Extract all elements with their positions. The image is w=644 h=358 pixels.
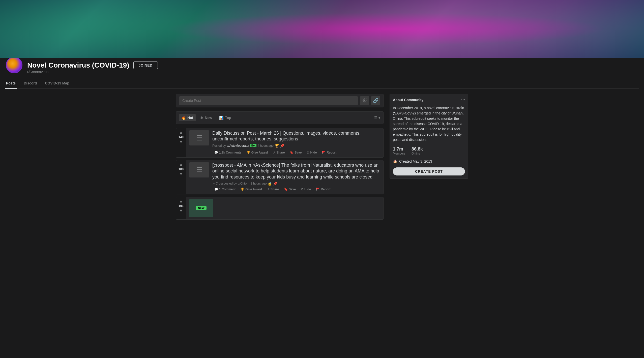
post-title-1[interactable]: Daily Discussion Post - March 26 | Quest… bbox=[212, 130, 380, 142]
sort-new-button[interactable]: ❄ New bbox=[198, 114, 215, 121]
post-card: ▲ 140 ▼ ☰ Daily Discussion Post - March … bbox=[176, 128, 384, 158]
share-icon: ↗ bbox=[273, 151, 275, 154]
post-actions-1: 💬 1.3k Comments 🏆 Give Award ↗ Share bbox=[212, 150, 380, 155]
post-body-2: ☰ [crosspost - AMA in r/AskScience] The … bbox=[186, 160, 383, 194]
post-card-2: ▲ 188 ▼ ☰ [crosspost - AMA in r/AskScien… bbox=[176, 160, 384, 194]
about-community-card: About Community ··· In December 2019, a … bbox=[390, 94, 468, 179]
share-button-2[interactable]: ↗ Share bbox=[265, 187, 281, 192]
share-icon-2: ↗ bbox=[267, 188, 270, 191]
downvote-button-3[interactable]: ▼ bbox=[179, 209, 183, 213]
hide-icon-2: ⊘ bbox=[301, 188, 303, 191]
chart-icon: 📊 bbox=[219, 116, 223, 120]
subreddit-avatar bbox=[5, 56, 23, 74]
share-button-1[interactable]: ↗ Share bbox=[271, 150, 287, 155]
give-award-button-2[interactable]: 🏆 Give Award bbox=[239, 187, 264, 192]
snowflake-icon: ❄ bbox=[200, 116, 203, 120]
save-button-1[interactable]: 🔖 Save bbox=[288, 150, 304, 155]
subreddit-shortname: r/Coronavirus bbox=[27, 70, 158, 74]
subreddit-nav: Posts Discord COVID-19 Map bbox=[5, 78, 639, 89]
sort-view-button[interactable]: ☰ ▾ bbox=[374, 116, 380, 120]
nav-posts[interactable]: Posts bbox=[5, 78, 17, 89]
award-badge-1: 🏆 bbox=[275, 144, 279, 148]
subreddit-name: Novel Coronavirus (COVID-19) bbox=[27, 61, 129, 69]
online-count: 86.8k bbox=[412, 146, 423, 152]
members-count: 1.7m bbox=[393, 146, 405, 152]
comments-icon-2: 💬 bbox=[214, 188, 218, 191]
lock-icon: 🔒 bbox=[268, 182, 272, 186]
hide-button-1[interactable]: ⊘ Hide bbox=[305, 150, 319, 155]
vote-count: 140 bbox=[179, 135, 184, 139]
post-actions-2: 💬 1 Comment 🏆 Give Award ↗ Share 🔖 bbox=[212, 187, 380, 192]
upvote-button-3[interactable]: ▲ bbox=[179, 199, 183, 203]
post-vote-1: ▲ 140 ▼ bbox=[176, 128, 186, 157]
report-button-1[interactable]: 🚩 Report bbox=[320, 150, 338, 155]
hide-icon: ⊘ bbox=[307, 151, 309, 154]
community-description: In December 2019, a novel coronavirus st… bbox=[393, 105, 465, 142]
post-title-2[interactable]: [crosspost - AMA in r/AskScience] The fo… bbox=[212, 162, 380, 180]
comments-button-2[interactable]: 💬 1 Comment bbox=[212, 187, 238, 192]
nav-discord[interactable]: Discord bbox=[23, 78, 38, 89]
community-stats: 1.7m Members 86.8k Online bbox=[393, 146, 465, 155]
post-meta-1: Posted by u/AutoModerator Bot 4 hours ag… bbox=[212, 144, 380, 148]
save-button-2[interactable]: 🔖 Save bbox=[282, 187, 298, 192]
flame-icon: 🔥 bbox=[182, 116, 186, 120]
feed: 🖼 🔗 🔥 Hot ❄ New 📊 Top ··· ☰ ▾ bbox=[176, 94, 384, 222]
award-icon-btn-2: 🏆 bbox=[241, 188, 244, 191]
subreddit-header: Novel Coronavirus (COVID-19) JOINED r/Co… bbox=[0, 58, 644, 89]
sort-hot-button[interactable]: 🔥 Hot bbox=[179, 114, 196, 121]
report-icon: 🚩 bbox=[322, 151, 326, 154]
post-vote-2: ▲ 188 ▼ bbox=[176, 160, 186, 194]
save-icon-2: 🔖 bbox=[284, 188, 288, 191]
vote-count-2: 188 bbox=[179, 167, 184, 171]
post-thumbnail-3: NEW bbox=[189, 199, 213, 217]
create-post-bar: 🖼 🔗 bbox=[176, 94, 384, 107]
post-body-3: NEW bbox=[186, 197, 383, 219]
report-icon-2: 🚩 bbox=[316, 188, 320, 191]
created-date: 🎂 Created May 3, 2013 bbox=[393, 159, 465, 163]
view-dropdown-icon: ▾ bbox=[378, 116, 380, 120]
link-icon[interactable]: 🔗 bbox=[371, 96, 380, 105]
new-badge: NEW bbox=[196, 206, 207, 210]
bot-badge: Bot bbox=[250, 144, 257, 147]
post-vote-3: ▲ 101 ▼ bbox=[176, 197, 186, 219]
post-author-1[interactable]: u/AutoModerator bbox=[227, 144, 249, 147]
create-post-sidebar-button[interactable]: CREATE POST bbox=[393, 167, 465, 175]
hide-button-2[interactable]: ⊘ Hide bbox=[299, 187, 313, 192]
image-upload-icon[interactable]: 🖼 bbox=[360, 96, 369, 105]
sort-top-button[interactable]: 📊 Top bbox=[217, 114, 234, 121]
sidebar: About Community ··· In December 2019, a … bbox=[390, 94, 468, 222]
downvote-button-2[interactable]: ▼ bbox=[179, 172, 183, 176]
give-award-button-1[interactable]: 🏆 Give Award bbox=[245, 150, 270, 155]
pin-icon-2: 📌 bbox=[273, 182, 277, 186]
save-icon: 🔖 bbox=[290, 151, 294, 154]
subreddit-banner bbox=[0, 0, 644, 58]
crosspost-author[interactable]: u/Chtorrr bbox=[238, 182, 250, 185]
vote-count-3: 101 bbox=[179, 204, 184, 208]
cake-icon: 🎂 bbox=[393, 159, 397, 163]
join-button[interactable]: JOINED bbox=[133, 62, 158, 69]
upvote-button[interactable]: ▲ bbox=[179, 130, 183, 134]
members-label: Members bbox=[393, 152, 405, 155]
post-card-3: ▲ 101 ▼ NEW bbox=[176, 197, 384, 220]
about-title: About Community bbox=[393, 98, 423, 102]
create-post-input[interactable] bbox=[179, 96, 358, 105]
post-time-1: 4 hours ago bbox=[257, 144, 273, 147]
main-content: 🖼 🔗 🔥 Hot ❄ New 📊 Top ··· ☰ ▾ bbox=[171, 94, 473, 222]
downvote-button[interactable]: ▼ bbox=[179, 140, 183, 144]
comments-icon: 💬 bbox=[214, 151, 218, 154]
nav-covid-map[interactable]: COVID-19 Map bbox=[44, 78, 70, 89]
upvote-button-2[interactable]: ▲ bbox=[179, 162, 183, 166]
comments-button-1[interactable]: 💬 1.3k Comments bbox=[212, 150, 244, 155]
crosspost-meta: ↗ Crossposted by u/Chtorrr 3 hours ago 🔒… bbox=[212, 182, 380, 186]
sidebar-more-button[interactable]: ··· bbox=[461, 97, 465, 102]
post-thumbnail-2: ☰ bbox=[189, 162, 209, 177]
list-view-icon: ☰ bbox=[374, 116, 377, 120]
post-body: ☰ Daily Discussion Post - March 26 | Que… bbox=[186, 128, 383, 157]
sort-more-button[interactable]: ··· bbox=[236, 115, 243, 121]
report-button-2[interactable]: 🚩 Report bbox=[314, 187, 333, 192]
post-thumbnail-1: ☰ bbox=[189, 130, 209, 145]
online-label: Online bbox=[412, 152, 423, 155]
sort-bar: 🔥 Hot ❄ New 📊 Top ··· ☰ ▾ bbox=[176, 111, 384, 124]
award-icon-btn: 🏆 bbox=[247, 151, 250, 154]
pin-icon-1: 📌 bbox=[280, 144, 284, 148]
